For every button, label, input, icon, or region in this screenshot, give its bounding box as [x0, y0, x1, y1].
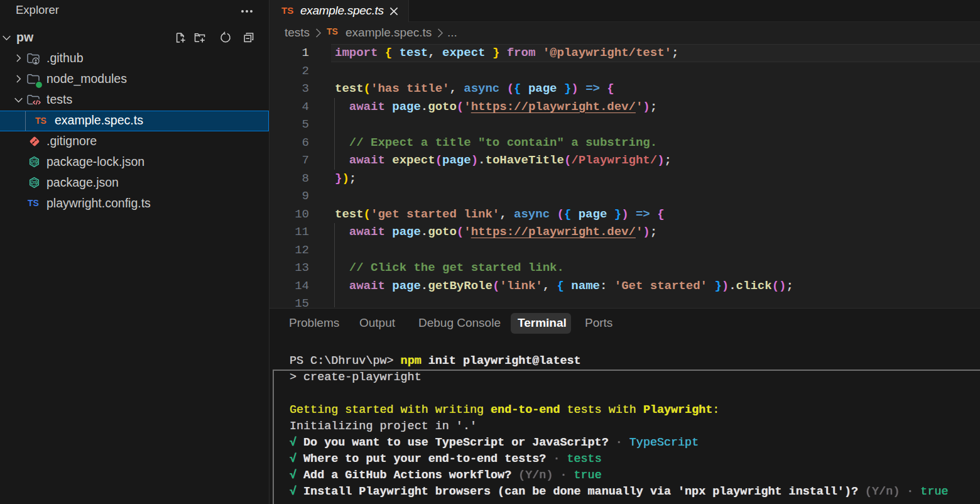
svg-text:JS: JS: [31, 180, 37, 185]
svg-text:JS: JS: [31, 159, 37, 165]
